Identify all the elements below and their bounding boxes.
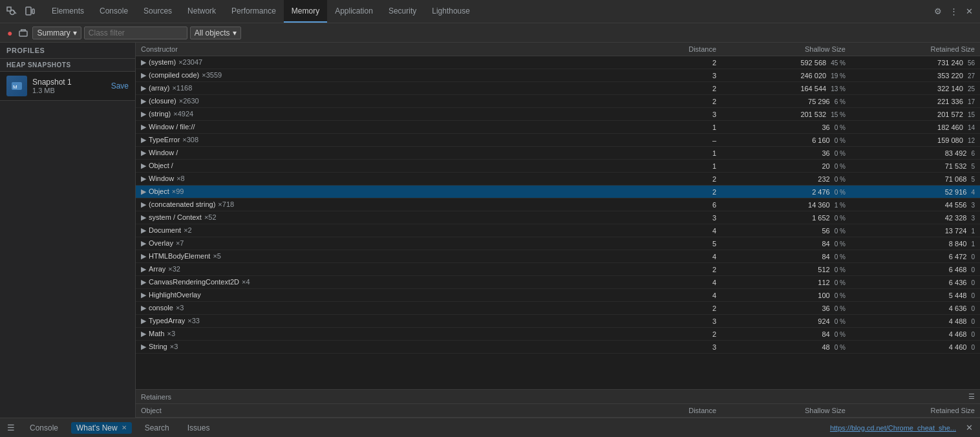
table-row[interactable]: ▶(concatenated string)×718614 360 1 %44 … bbox=[136, 198, 980, 211]
constructor-cell: ▶Overlay×7 bbox=[136, 237, 670, 250]
shallow-pct: 0 % bbox=[835, 228, 846, 235]
retained-size-cell: 182 460 14 bbox=[851, 121, 980, 134]
expand-arrow[interactable]: ▶ bbox=[141, 278, 149, 286]
retained-size-cell: 71 068 5 bbox=[851, 173, 980, 186]
table-row[interactable]: ▶(closure)×2630275 296 6 %221 336 17 bbox=[136, 95, 980, 108]
table-row[interactable]: ▶CanvasRenderingContext2D×44112 0 %6 436… bbox=[136, 276, 980, 289]
expand-arrow[interactable]: ▶ bbox=[141, 291, 149, 299]
table-row[interactable]: ▶HighlightOverlay4100 0 %5 448 0 bbox=[136, 289, 980, 302]
expand-arrow[interactable]: ▶ bbox=[141, 304, 149, 312]
expand-arrow[interactable]: ▶ bbox=[141, 136, 149, 144]
bottom-tab-issues[interactable]: Issues bbox=[182, 422, 215, 434]
retained-pct: 17 bbox=[968, 98, 975, 105]
record-button[interactable]: ● bbox=[5, 26, 14, 40]
tab-memory[interactable]: Memory bbox=[284, 0, 327, 23]
constructor-cell: ▶String×3 bbox=[136, 341, 670, 354]
inspect-icon[interactable] bbox=[5, 5, 18, 18]
all-objects-dropdown[interactable]: All objects ▾ bbox=[190, 27, 241, 39]
tab-console[interactable]: Console bbox=[92, 0, 136, 23]
expand-arrow[interactable]: ▶ bbox=[141, 213, 149, 222]
shallow-size-cell: 36 0 % bbox=[721, 121, 851, 134]
expand-arrow[interactable]: ▶ bbox=[141, 317, 149, 325]
table-row[interactable]: ▶Window / file://136 0 %182 460 14 bbox=[136, 121, 980, 134]
table-row[interactable]: ▶Window /136 0 %83 492 6 bbox=[136, 147, 980, 160]
shallow-size-cell: 924 0 % bbox=[721, 315, 851, 328]
whats-new-close-icon[interactable]: ✕ bbox=[122, 424, 127, 431]
shallow-size-cell: 84 0 % bbox=[721, 328, 851, 341]
summary-dropdown[interactable]: Summary ▾ bbox=[32, 27, 81, 39]
table-row[interactable]: ▶String×3348 0 %4 460 0 bbox=[136, 341, 980, 354]
expand-arrow[interactable]: ▶ bbox=[141, 175, 149, 183]
expand-arrow[interactable]: ▶ bbox=[141, 71, 149, 80]
shallow-size-cell: 84 0 % bbox=[721, 250, 851, 263]
class-filter-input[interactable] bbox=[84, 27, 187, 39]
shallow-pct: 0 % bbox=[835, 279, 846, 286]
constructor-cell: ▶(closure)×2630 bbox=[136, 95, 670, 108]
table-row[interactable]: ▶Array×322512 0 %6 468 0 bbox=[136, 263, 980, 276]
expand-arrow[interactable]: ▶ bbox=[141, 58, 149, 67]
clear-button[interactable] bbox=[17, 27, 30, 39]
table-row[interactable]: ▶Document×2456 0 %13 724 1 bbox=[136, 224, 980, 237]
expand-arrow[interactable]: ▶ bbox=[141, 110, 149, 118]
bottom-tab-search[interactable]: Search bbox=[140, 422, 175, 434]
expand-arrow[interactable]: ▶ bbox=[141, 226, 149, 235]
retainers-menu-icon[interactable]: ☰ bbox=[968, 392, 975, 401]
constructor-count: ×5 bbox=[213, 252, 221, 260]
close-devtools-button[interactable]: ✕ bbox=[964, 5, 975, 18]
table-row[interactable]: ▶(string)×49243201 532 15 %201 572 15 bbox=[136, 108, 980, 121]
more-button[interactable]: ⋮ bbox=[948, 5, 960, 18]
tab-network[interactable]: Network bbox=[180, 0, 224, 23]
bottom-tab-console[interactable]: Console bbox=[25, 422, 63, 434]
table-row[interactable]: ▶HTMLBodyElement×5484 0 %6 472 0 bbox=[136, 250, 980, 263]
expand-arrow[interactable]: ▶ bbox=[141, 97, 149, 105]
distance-cell: 2 bbox=[670, 263, 721, 276]
expand-arrow[interactable]: ▶ bbox=[141, 239, 149, 248]
tab-security[interactable]: Security bbox=[381, 0, 424, 23]
svg-point-2 bbox=[10, 10, 15, 14]
expand-arrow[interactable]: ▶ bbox=[141, 162, 149, 170]
table-row[interactable]: ▶Overlay×7584 0 %8 840 1 bbox=[136, 237, 980, 250]
save-link[interactable]: Save bbox=[111, 81, 129, 91]
table-row[interactable]: ▶Math×3284 0 %4 468 0 bbox=[136, 328, 980, 341]
tab-sources[interactable]: Sources bbox=[136, 0, 180, 23]
shallow-pct: 0 % bbox=[835, 215, 846, 222]
bottom-close-button[interactable]: ✕ bbox=[964, 421, 975, 434]
expand-arrow[interactable]: ▶ bbox=[141, 187, 149, 196]
expand-arrow[interactable]: ▶ bbox=[141, 123, 149, 131]
expand-arrow[interactable]: ▶ bbox=[141, 200, 149, 209]
constructor-cell: ▶Document×2 bbox=[136, 224, 670, 237]
expand-arrow[interactable]: ▶ bbox=[141, 149, 149, 157]
bottom-menu-icon[interactable]: ☰ bbox=[5, 421, 17, 434]
svg-rect-3 bbox=[26, 7, 31, 15]
table-row[interactable]: ▶TypeError×308–6 160 0 %159 080 12 bbox=[136, 134, 980, 147]
expand-arrow[interactable]: ▶ bbox=[141, 343, 149, 351]
table-row[interactable]: ▶Object×9922 476 0 %52 916 4 bbox=[136, 186, 980, 198]
table-row[interactable]: ▶(system)×230472592 568 45 %731 240 56 bbox=[136, 56, 980, 69]
table-row[interactable]: ▶(array)×11682164 544 13 %322 140 25 bbox=[136, 82, 980, 95]
snapshot-item[interactable]: M Snapshot 1 1.3 MB Save bbox=[0, 72, 135, 101]
expand-arrow[interactable]: ▶ bbox=[141, 252, 149, 261]
tab-lighthouse[interactable]: Lighthouse bbox=[424, 0, 478, 23]
retained-size-cell: 42 328 3 bbox=[851, 211, 980, 224]
constructor-cell: ▶Math×3 bbox=[136, 328, 670, 341]
table-row[interactable]: ▶(compiled code)×35593246 020 19 %353 22… bbox=[136, 69, 980, 82]
col-retained-size: Retained Size bbox=[851, 43, 980, 56]
expand-arrow[interactable]: ▶ bbox=[141, 330, 149, 338]
tab-elements[interactable]: Elements bbox=[44, 0, 92, 23]
expand-arrow[interactable]: ▶ bbox=[141, 84, 149, 92]
tab-performance[interactable]: Performance bbox=[224, 0, 284, 23]
bottom-tab-whats-new[interactable]: What's New ✕ bbox=[71, 422, 132, 434]
expand-arrow[interactable]: ▶ bbox=[141, 265, 149, 273]
table-row[interactable]: ▶system / Context×5231 652 0 %42 328 3 bbox=[136, 211, 980, 224]
shallow-size-cell: 201 532 15 % bbox=[721, 108, 851, 121]
tab-application[interactable]: Application bbox=[327, 0, 381, 23]
table-row[interactable]: ▶Window×82232 0 %71 068 5 bbox=[136, 173, 980, 186]
device-icon[interactable] bbox=[23, 5, 36, 18]
distance-cell: 2 bbox=[670, 173, 721, 186]
retained-size-cell: 71 532 5 bbox=[851, 160, 980, 173]
table-row[interactable]: ▶console×3236 0 %4 636 0 bbox=[136, 302, 980, 315]
table-row[interactable]: ▶TypedArray×333924 0 %4 488 0 bbox=[136, 315, 980, 328]
settings-button[interactable]: ⚙ bbox=[932, 5, 944, 18]
retained-size-cell: 6 468 0 bbox=[851, 263, 980, 276]
table-row[interactable]: ▶Object /120 0 %71 532 5 bbox=[136, 160, 980, 173]
